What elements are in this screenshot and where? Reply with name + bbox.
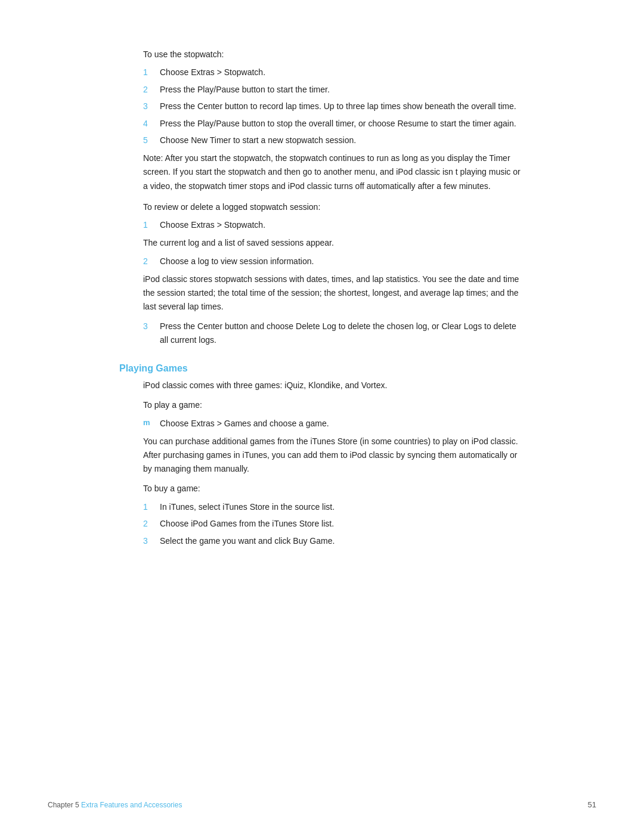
chapter-link: Extra Features and Accessories	[81, 801, 182, 809]
step-text: Press the Center button to record lap ti…	[160, 100, 516, 113]
footer-chapter: Chapter 5 Extra Features and Accessories	[48, 801, 182, 809]
list-item: 5Choose New Timer to start a new stopwat…	[143, 134, 525, 147]
step-number: 3	[143, 534, 155, 547]
step-text: Choose New Timer to start a new stopwatc…	[160, 134, 356, 147]
step-number: 1	[143, 500, 155, 513]
step-number: 1	[143, 66, 155, 79]
step-number: 5	[143, 134, 155, 147]
list-item: 1Choose Extras > Stopwatch.	[143, 218, 525, 231]
step-text: Choose Extras > Stopwatch.	[160, 218, 265, 231]
ipod-stores-text: iPod classic stores stopwatch sessions w…	[143, 272, 525, 314]
play-game-intro: To play a game:	[143, 398, 525, 411]
content-area: To use the stopwatch: 1Choose Extras > S…	[119, 48, 525, 547]
step-number: 2	[143, 83, 155, 96]
step-number: 3	[143, 320, 155, 333]
list-item: 2Press the Play/Pause button to start th…	[143, 83, 525, 96]
list-item: 4Press the Play/Pause button to stop the…	[143, 117, 525, 130]
buy-steps-list: 1In iTunes, select iTunes Store in the s…	[143, 500, 525, 547]
chapter-label: Chapter 5	[48, 801, 81, 809]
playing-games-intro: iPod classic comes with three games: iQu…	[143, 379, 525, 392]
bullet-marker: m	[143, 417, 155, 429]
step-number: 1	[143, 218, 155, 231]
review-steps3-list: 3Press the Center button and choose Dele…	[143, 320, 525, 346]
step-text: Choose a log to view session information…	[160, 255, 314, 268]
list-item: 1Choose Extras > Stopwatch.	[143, 66, 525, 79]
list-item: 2Choose a log to view session informatio…	[143, 255, 525, 268]
step-number: 2	[143, 517, 155, 530]
list-item: 3Select the game you want and click Buy …	[143, 534, 525, 547]
list-item: mChoose Extras > Games and choose a game…	[143, 417, 525, 430]
step-number: 2	[143, 255, 155, 268]
step-text: Choose Extras > Stopwatch.	[160, 66, 265, 79]
step-text: Select the game you want and click Buy G…	[160, 534, 335, 547]
current-log-note: The current log and a list of saved sess…	[143, 236, 525, 249]
bullet-text: Choose Extras > Games and choose a game.	[160, 417, 329, 430]
footer: Chapter 5 Extra Features and Accessories…	[0, 800, 644, 809]
list-item: 2Choose iPod Games from the iTunes Store…	[143, 517, 525, 530]
stopwatch-steps-list: 1Choose Extras > Stopwatch.2Press the Pl…	[143, 66, 525, 147]
play-game-bullet-list: mChoose Extras > Games and choose a game…	[143, 417, 525, 430]
page: To use the stopwatch: 1Choose Extras > S…	[0, 0, 644, 833]
step-number: 3	[143, 100, 155, 113]
review-steps2-list: 2Choose a log to view session informatio…	[143, 255, 525, 268]
step-text: Press the Play/Pause button to start the…	[160, 83, 330, 96]
step-text: Choose iPod Games from the iTunes Store …	[160, 517, 334, 530]
playing-games-heading: Playing Games	[119, 363, 525, 374]
step-text: In iTunes, select iTunes Store in the so…	[160, 500, 335, 513]
intro-line: To use the stopwatch:	[143, 48, 525, 61]
list-item: 1In iTunes, select iTunes Store in the s…	[143, 500, 525, 513]
purchase-text: You can purchase additional games from t…	[143, 435, 525, 476]
step-number: 4	[143, 117, 155, 130]
step-text: Press the Play/Pause button to stop the …	[160, 117, 516, 130]
list-item: 3Press the Center button to record lap t…	[143, 100, 525, 113]
note-block: Note: After you start the stopwatch, the…	[143, 151, 525, 193]
buy-game-intro: To buy a game:	[143, 482, 525, 495]
list-item: 3Press the Center button and choose Dele…	[143, 320, 525, 346]
page-number: 51	[588, 800, 596, 809]
review-steps-list: 1Choose Extras > Stopwatch.	[143, 218, 525, 231]
review-intro: To review or delete a logged stopwatch s…	[143, 200, 525, 213]
step-text: Press the Center button and choose Delet…	[160, 320, 525, 346]
